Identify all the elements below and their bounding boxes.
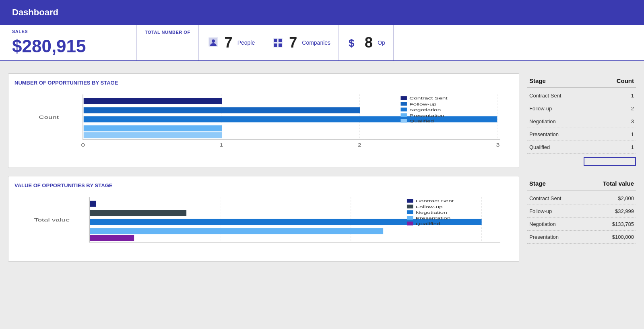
svg-text:Follow-up: Follow-up [409,102,436,106]
svg-text:Presentation: Presentation [409,113,444,118]
chart1-card: NUMBER OF OPPORTUNITIES BY STAGE 0 1 2 3… [8,73,519,168]
dollar-icon: $ [347,36,360,49]
svg-rect-24 [84,132,222,138]
people-label: People [237,39,255,46]
table-row: Presentation 1 [527,128,636,141]
svg-text:Total value: Total value [34,217,70,222]
svg-rect-27 [400,102,407,106]
svg-rect-33 [400,119,407,122]
table-row: Qualified 1 [527,141,636,154]
table1-panel: Stage Count Contract Sent 1 Follow-up 2 … [527,73,636,168]
svg-rect-46 [407,199,413,203]
table-row: Follow-up $32,999 [527,205,636,218]
table-row: Follow-up 2 [527,102,636,115]
svg-text:Contract Sent: Contract Sent [416,199,454,203]
opportunities-label: Op [378,39,385,46]
sales-value: $280,915 [12,36,124,56]
svg-text:Count: Count [39,115,59,120]
svg-rect-52 [407,216,413,219]
total-label: TOTAL NUMBER OF [145,29,190,35]
svg-rect-23 [84,125,222,131]
person-icon [207,36,220,49]
people-stat: 7 People [199,25,264,60]
people-count: 7 [225,34,233,51]
chart2-row: VALUE OF OPPORTUNITIES BY STAGE Total va… [8,176,636,262]
svg-text:1: 1 [219,143,223,147]
table-row: Contract Sent 1 [527,89,636,102]
svg-rect-44 [90,228,383,234]
table2-col2: Total value [603,180,634,187]
svg-text:2: 2 [358,143,362,147]
svg-rect-48 [407,205,413,208]
svg-text:0: 0 [81,143,85,147]
svg-text:Contract Sent: Contract Sent [409,96,448,101]
svg-rect-21 [84,107,360,113]
svg-rect-6 [274,43,277,47]
svg-rect-7 [279,43,282,47]
svg-text:3: 3 [496,143,500,147]
chart2-svg: Total value Contract Sent Follow-up Nego… [14,193,513,254]
companies-stat: 7 Companies [263,25,339,60]
svg-text:Negotiation: Negotiation [409,108,441,112]
svg-rect-41 [90,201,96,207]
companies-label: Companies [302,39,330,46]
svg-rect-45 [90,235,134,241]
svg-text:Qualified: Qualified [409,119,434,123]
companies-count: 7 [289,34,297,51]
table1-header: Stage Count [527,75,636,88]
sales-stat: SALES $280,915 [0,25,137,60]
svg-rect-25 [400,96,407,100]
svg-text:$: $ [349,37,355,49]
table2-panel: Stage Total value Contract Sent $2,000 F… [527,176,636,262]
total-label-section: TOTAL NUMBER OF [137,25,199,60]
table-row: Negotiation 3 [527,115,636,128]
stats-bar: SALES $280,915 TOTAL NUMBER OF 7 People [0,25,644,61]
svg-rect-5 [279,39,282,42]
svg-rect-29 [400,108,407,111]
svg-text:Follow-up: Follow-up [416,205,443,209]
table2-col1: Stage [529,180,546,187]
chart1-row: NUMBER OF OPPORTUNITIES BY STAGE 0 1 2 3… [8,73,636,168]
svg-point-2 [212,39,215,43]
main-content: NUMBER OF OPPORTUNITIES BY STAGE 0 1 2 3… [0,61,644,329]
chart2-title: VALUE OF OPPORTUNITIES BY STAGE [14,182,513,188]
svg-rect-4 [274,39,277,42]
table-row: Presentation $100,000 [527,231,636,244]
table1-col2: Count [617,77,634,84]
svg-rect-20 [84,98,222,104]
chart1-title: NUMBER OF OPPORTUNITIES BY STAGE [14,80,513,86]
svg-text:Qualified: Qualified [416,221,440,226]
svg-rect-42 [90,210,186,216]
table-row: Negotiation $133,785 [527,218,636,231]
building-icon [271,36,284,49]
svg-text:Negotiation: Negotiation [416,210,447,215]
opportunities-count: 8 [365,34,373,51]
svg-rect-50 [407,210,413,214]
svg-text:Presentation: Presentation [416,216,451,220]
opportunities-stat: $ 8 Op [339,25,394,60]
highlight-box [584,157,636,166]
table1-col1: Stage [529,77,546,84]
table2-header: Stage Total value [527,178,636,190]
sales-label: SALES [12,29,124,34]
page-title: Dashboard [12,7,58,17]
header: Dashboard [0,0,644,25]
svg-rect-54 [407,221,413,225]
chart2-card: VALUE OF OPPORTUNITIES BY STAGE Total va… [8,176,519,262]
chart1-svg: 0 1 2 3 Count Contract Sent [14,91,513,151]
svg-rect-31 [400,113,407,117]
table-row: Contract Sent $2,000 [527,192,636,205]
